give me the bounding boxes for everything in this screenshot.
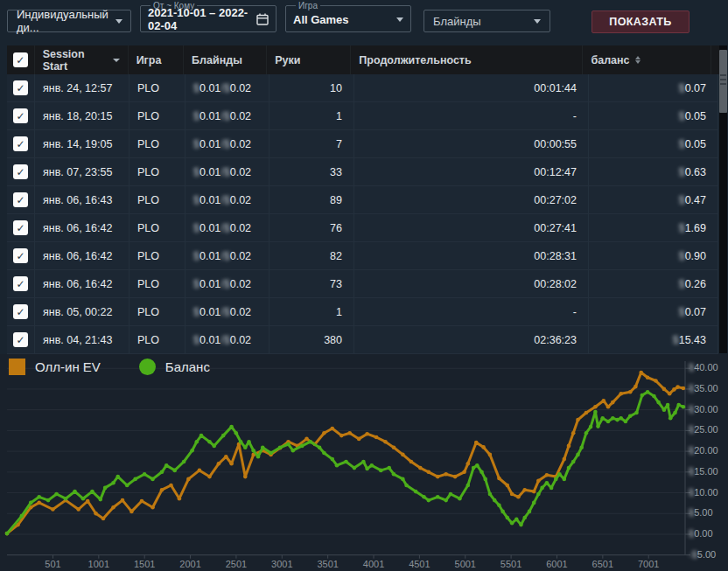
x-axis-tick-label: 4001 [363, 559, 384, 569]
column-header-hands[interactable]: Руки [267, 45, 351, 74]
legend-item-allin-ev[interactable]: Олл-ин EV [9, 359, 101, 375]
game-cell: PLO [130, 214, 186, 241]
x-axis-tick-label: 5001 [455, 559, 476, 569]
row-checkbox[interactable]: ✓ [13, 80, 28, 95]
duration-cell: 00:27:41 [354, 214, 589, 241]
x-axis-tick-label: 3001 [271, 559, 292, 569]
table-row: ✓ янв. 06, 16:42 PLO $0.01/$0.02 73 00:2… [7, 270, 718, 298]
table-row: ✓ янв. 06, 16:42 PLO $0.01/$0.02 76 00:2… [7, 214, 718, 242]
hands-cell: 33 [270, 158, 354, 185]
duration-cell: 00:28:02 [354, 270, 589, 297]
legend-item-balance[interactable]: Баланс [139, 359, 210, 375]
x-axis-tick-label: 2001 [179, 559, 200, 569]
table-scrollbar-thumb[interactable] [719, 50, 727, 113]
session-start-cell[interactable]: янв. 18, 20:15 [35, 102, 130, 129]
row-checkbox[interactable]: ✓ [13, 304, 28, 319]
show-button[interactable]: ПОКАЗАТЬ [592, 10, 690, 33]
column-header-game[interactable]: Игра [129, 45, 184, 74]
session-start-cell[interactable]: янв. 06, 16:43 [35, 186, 130, 213]
column-header-blinds[interactable]: Блайнды [184, 45, 267, 74]
game-cell: PLO [130, 74, 186, 101]
session-start-cell[interactable]: янв. 06, 16:42 [35, 214, 130, 241]
chevron-down-icon [534, 19, 541, 24]
chart-canvas [0, 354, 728, 571]
y-axis-tick-label: -$5.00 [689, 549, 716, 560]
column-header-session-start[interactable]: Session Start [35, 45, 129, 74]
x-axis-tick-label: 1001 [88, 559, 109, 569]
table-row: ✓ янв. 05, 00:22 PLO $0.01/$0.02 1 - $0.… [7, 298, 718, 326]
row-checkbox[interactable]: ✓ [13, 192, 28, 207]
blinds-cell: $0.01/$0.02 [186, 186, 270, 213]
row-checkbox[interactable]: ✓ [13, 248, 28, 263]
game-cell: PLO [130, 186, 186, 213]
masked-currency: $ [193, 250, 200, 262]
x-axis-tick-label: 7001 [638, 559, 659, 569]
y-axis-tick-label: $5.00 [689, 507, 713, 518]
row-checkbox-cell: ✓ [7, 130, 35, 157]
table-scrollbar-track[interactable] [719, 45, 727, 353]
game-select[interactable]: Игра All Games [285, 1, 411, 32]
duration-cell: 02:36:23 [354, 326, 589, 353]
session-start-cell[interactable]: янв. 07, 23:55 [35, 158, 130, 185]
masked-currency: $ [193, 306, 200, 318]
balance-cell: $0.05 [589, 102, 718, 129]
game-cell: PLO [130, 298, 186, 325]
legend-label: Олл-ин EV [35, 359, 101, 374]
select-all-checkbox[interactable]: ✓ [13, 52, 28, 67]
column-header-duration[interactable]: Продолжительность [351, 45, 583, 74]
game-select-value: All Games [293, 13, 349, 26]
masked-currency: $ [679, 138, 685, 150]
x-axis-tick-label: 6501 [592, 559, 613, 569]
legend-label: Баланс [165, 359, 210, 374]
report-type-select[interactable]: Индивидуальный ди... [7, 10, 131, 32]
date-range-field[interactable]: От ~ Кому 2021-10-01 – 2022-02-04 [140, 1, 276, 32]
hands-cell: 73 [270, 270, 354, 297]
balance-cell: $0.63 [589, 158, 718, 185]
balance-cell: $0.47 [589, 186, 718, 213]
hands-cell: 7 [270, 130, 354, 157]
row-checkbox[interactable]: ✓ [13, 164, 28, 179]
masked-currency: $ [679, 166, 685, 178]
chart-legend: Олл-ин EV Баланс [9, 359, 210, 375]
hands-cell: 1 [270, 298, 354, 325]
blinds-cell: $0.01/$0.02 [186, 130, 270, 157]
y-axis-tick-label: $25.00 [689, 424, 718, 435]
masked-currency: $ [193, 166, 200, 178]
masked-currency: $ [224, 334, 230, 346]
y-axis-tick-label: $35.00 [689, 383, 718, 393]
masked-currency: $ [689, 487, 694, 498]
blinds-cell: $0.01/$0.02 [186, 74, 270, 101]
row-checkbox-cell: ✓ [7, 74, 35, 101]
session-start-cell[interactable]: янв. 05, 00:22 [35, 298, 130, 325]
row-checkbox-cell: ✓ [7, 214, 35, 241]
y-axis-tick-label: $10.00 [689, 487, 718, 498]
masked-currency: $ [224, 306, 230, 318]
blinds-cell: $0.01/$0.02 [186, 158, 270, 185]
row-checkbox[interactable]: ✓ [13, 220, 28, 235]
row-checkbox[interactable]: ✓ [13, 276, 28, 291]
masked-currency: $ [679, 278, 685, 290]
check-icon: ✓ [16, 307, 24, 317]
row-checkbox[interactable]: ✓ [13, 136, 28, 151]
session-start-cell[interactable]: янв. 06, 16:42 [35, 242, 130, 269]
session-start-cell[interactable]: янв. 14, 19:05 [35, 130, 130, 157]
masked-currency: $ [193, 194, 200, 206]
session-start-cell[interactable]: янв. 04, 21:43 [35, 326, 130, 353]
session-start-cell[interactable]: янв. 24, 12:57 [35, 74, 130, 101]
table-row: ✓ янв. 06, 16:43 PLO $0.01/$0.02 89 00:2… [7, 186, 718, 214]
blinds-cell: $0.01/$0.02 [186, 270, 270, 297]
session-start-cell[interactable]: янв. 06, 16:42 [35, 270, 130, 297]
x-axis-tick-label: 2501 [226, 559, 247, 569]
game-cell: PLO [130, 130, 186, 157]
row-checkbox[interactable]: ✓ [13, 332, 28, 347]
row-checkbox[interactable]: ✓ [13, 108, 28, 123]
hands-cell: 82 [270, 242, 354, 269]
y-axis-tick-label: $40.00 [689, 362, 718, 373]
calendar-icon[interactable] [256, 13, 269, 25]
column-header-balance[interactable]: баланс [583, 45, 711, 74]
ev-series-swatch [9, 359, 25, 375]
row-checkbox-cell: ✓ [7, 186, 35, 213]
table-row: ✓ янв. 06, 16:42 PLO $0.01/$0.02 82 00:2… [7, 242, 718, 270]
blinds-select[interactable]: Блайнды [424, 10, 550, 32]
masked-currency: $ [193, 278, 200, 290]
